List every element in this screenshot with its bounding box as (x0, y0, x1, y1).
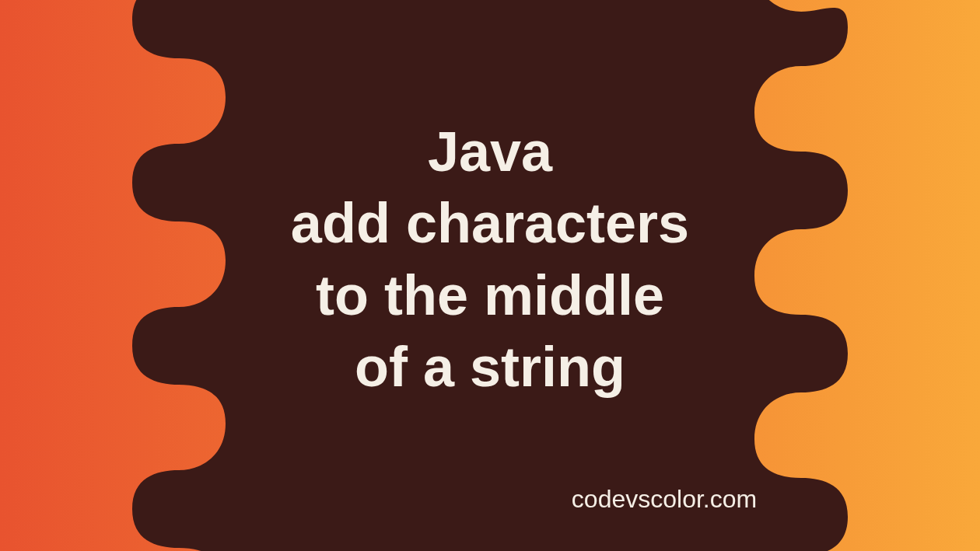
title-line-4: of a string (291, 330, 689, 402)
title-line-3: to the middle (291, 259, 689, 330)
main-title: Java add characters to the middle of a s… (291, 116, 689, 403)
title-line-1: Java (291, 116, 689, 187)
title-line-2: add characters (291, 187, 689, 259)
attribution-text: codevscolor.com (572, 485, 757, 514)
